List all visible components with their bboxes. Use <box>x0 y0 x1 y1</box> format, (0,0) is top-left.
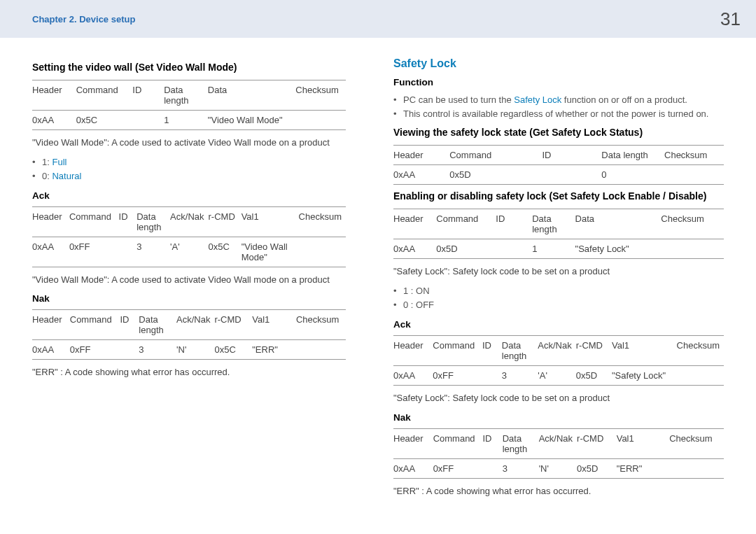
th: Data <box>575 213 594 224</box>
th: Header <box>393 340 424 351</box>
td: 'N' <box>539 458 577 478</box>
right-sub2: Enabling or disabling safety lock (Set S… <box>393 190 724 202</box>
th: ID <box>496 213 505 224</box>
list-item: 1 : ON <box>393 284 724 298</box>
td: 0xFF <box>433 458 483 478</box>
page-header: Chapter 2. Device setup 31 <box>0 0 756 38</box>
td: 0x5D <box>576 366 612 386</box>
li-emph: Natural <box>52 171 81 181</box>
txt: 1 : ON <box>403 286 430 296</box>
th: Val1 <box>252 314 270 325</box>
td: 0x5D <box>577 458 617 478</box>
th: ID <box>482 433 491 444</box>
th: Header <box>393 213 424 224</box>
td: 'A' <box>170 241 180 252</box>
th: Checksum <box>295 85 338 95</box>
th: ID <box>542 150 551 160</box>
td: 3 <box>502 366 538 386</box>
th: Data length <box>532 213 556 234</box>
th: ID <box>119 211 128 222</box>
th: Data length <box>136 211 161 232</box>
list-item: 1: Full <box>32 155 346 169</box>
th: Header <box>32 314 62 325</box>
td: 0x5C <box>209 241 230 252</box>
content-area: Setting the video wall (Set Video Wall M… <box>0 38 756 503</box>
li-prefix: 0: <box>42 171 52 181</box>
left-section-title: Setting the video wall (Set Video Wall M… <box>32 62 346 73</box>
list-item: 0 : OFF <box>393 298 724 312</box>
th: Header <box>32 85 62 95</box>
left-mode-list: 1: Full 0: Natural <box>32 155 346 183</box>
th: Header <box>393 150 424 160</box>
th: Command <box>76 85 118 95</box>
txt: 0 : OFF <box>403 300 434 310</box>
td: 0xAA <box>393 239 436 259</box>
th: Checksum <box>299 211 342 222</box>
th: Data length <box>164 85 188 106</box>
left-desc2: "Video Wall Mode": A code used to activa… <box>32 273 346 287</box>
list-item: This control is available regardless of … <box>393 107 724 121</box>
th: Checksum <box>669 433 712 444</box>
right-sub1: Viewing the safety lock state (Get Safet… <box>393 127 724 138</box>
chapter-title[interactable]: Chapter 2. Device setup <box>32 14 135 24</box>
td: 'A' <box>538 366 575 386</box>
th: Data length <box>139 314 163 335</box>
th: Ack/Nak <box>539 433 573 444</box>
table-get-safety-lock: Header Command ID Data length Checksum 0… <box>393 145 724 185</box>
table-safety-lock-nak: Header Command ID Data length Ack/Nak r-… <box>393 428 724 479</box>
th: Val1 <box>241 211 259 222</box>
right-section-title: Safety Lock <box>393 57 724 70</box>
td: 0xFF <box>70 344 91 355</box>
th: Checksum <box>661 213 704 224</box>
safety-lock-link[interactable]: Safety Lock <box>514 94 561 105</box>
function-list: PC can be used to turn the Safety Lock f… <box>393 93 724 121</box>
td: 0x5D <box>449 165 542 185</box>
td: 3 <box>139 344 144 355</box>
td: 0xAA <box>393 165 449 185</box>
td: 0xFF <box>433 366 482 386</box>
td: 3 <box>136 241 141 252</box>
left-column: Setting the video wall (Set Video Wall M… <box>0 57 371 503</box>
td: 0xAA <box>32 344 54 355</box>
txt: function on or off on a product. <box>561 94 687 105</box>
right-desc1: "Safety Lock": Safety lock code to be se… <box>393 265 724 279</box>
td: 1 <box>532 239 575 259</box>
th: Command <box>449 150 491 160</box>
td: "Video Wall Mode" <box>208 115 283 125</box>
td: 0xAA <box>32 241 54 252</box>
function-title: Function <box>393 77 724 87</box>
left-ack-title: Ack <box>32 190 346 201</box>
table-video-wall-ack: Header Command ID Data length Ack/Nak r-… <box>32 206 346 267</box>
th: Command <box>436 213 478 224</box>
th: ID <box>132 85 141 95</box>
th: Ack/Nak <box>176 314 210 325</box>
page-number: 31 <box>720 8 741 30</box>
td <box>669 458 724 478</box>
left-desc3: "ERR" : A code showing what error has oc… <box>32 365 346 379</box>
li-prefix: 1: <box>42 157 52 167</box>
th: Command <box>70 314 112 325</box>
th: Data length <box>502 340 526 361</box>
li-emph: Full <box>52 157 66 167</box>
right-column: Safety Lock Function PC can be used to t… <box>371 57 756 503</box>
th: ID <box>120 314 129 325</box>
left-nak-title: Nak <box>32 293 346 304</box>
th: r-CMD <box>577 433 603 444</box>
lock-values-list: 1 : ON 0 : OFF <box>393 284 724 312</box>
left-desc1: "Video Wall Mode": A code used to activa… <box>32 136 346 150</box>
table-set-video-wall: Header Command ID Data length Data Check… <box>32 80 346 130</box>
td <box>677 366 724 386</box>
td: "Safety Lock" <box>612 366 677 386</box>
td: 0xFF <box>69 241 90 252</box>
right-ack-title: Ack <box>393 319 724 330</box>
th: Header <box>32 211 62 222</box>
td: 0xAA <box>393 458 433 478</box>
th: r-CMD <box>576 340 603 351</box>
th: r-CMD <box>214 314 241 325</box>
td: 3 <box>503 458 539 478</box>
th: Data length <box>503 433 527 454</box>
th: Val1 <box>617 433 634 444</box>
td: "Video Wall Mode" <box>241 241 288 262</box>
th: Command <box>69 211 111 222</box>
th: Ack/Nak <box>538 340 571 351</box>
